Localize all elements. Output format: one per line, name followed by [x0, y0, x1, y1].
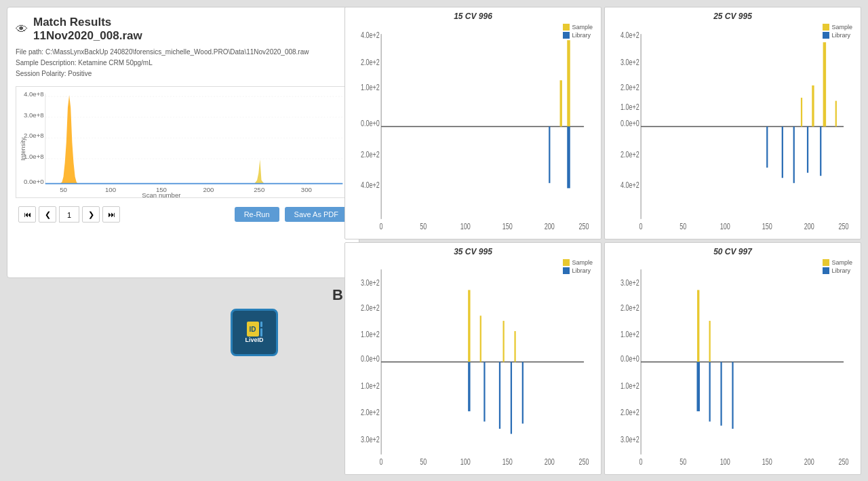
- svg-text:2.0e+2: 2.0e+2: [620, 408, 639, 417]
- svg-text:3.0e+2: 3.0e+2: [361, 434, 380, 444]
- panel-a: 👁 Match Results 11Nov2020_008.raw File p…: [7, 7, 359, 278]
- match-results-filename: 11Nov2020_008.raw: [33, 29, 142, 43]
- svg-text:0: 0: [380, 222, 383, 229]
- svg-text:1.0e+2: 1.0e+2: [361, 381, 380, 391]
- session-polarity: Session Polarity: Positive: [16, 69, 351, 79]
- sample-label-cv35: Sample: [572, 259, 593, 266]
- svg-text:Scan number: Scan number: [142, 191, 180, 197]
- svg-text:3.0e+2: 3.0e+2: [620, 278, 639, 288]
- svg-text:100: 100: [720, 457, 730, 465]
- svg-text:100: 100: [105, 186, 116, 193]
- match-results-header: 👁 Match Results 11Nov2020_008.raw: [16, 16, 351, 43]
- chromatogram-svg: 4.0e+8 3.0e+8 2.0e+8 1.0e+8 0.0e+0 Inten…: [16, 87, 350, 197]
- legend-library: Library: [563, 32, 593, 39]
- next-page-button[interactable]: ❯: [82, 206, 100, 223]
- sample-swatch: [563, 24, 570, 31]
- svg-text:50: 50: [679, 222, 686, 229]
- sample-label: Sample: [572, 24, 593, 31]
- liveid-text: LiveID: [245, 336, 263, 343]
- library-swatch-cv25: [823, 32, 829, 39]
- sample-swatch-cv25: [823, 24, 829, 31]
- sample-swatch-cv35: [563, 259, 570, 266]
- svg-text:0.0e+0: 0.0e+0: [361, 354, 380, 364]
- rerun-button[interactable]: Re-Run: [235, 207, 279, 222]
- library-label-cv25: Library: [831, 32, 850, 39]
- svg-text:250: 250: [579, 457, 589, 465]
- svg-text:1.0e+2: 1.0e+2: [620, 330, 639, 339]
- filepath: File path: C:\MassLynxBackUp 240820\fore…: [16, 47, 351, 58]
- svg-text:2.0e+2: 2.0e+2: [361, 150, 380, 159]
- svg-text:150: 150: [762, 222, 772, 229]
- svg-text:1.0e+8: 1.0e+8: [24, 153, 44, 160]
- legend-cv50: Sample Library: [823, 259, 852, 275]
- match-results-title: Match Results: [33, 16, 142, 29]
- eye-icon: 👁: [16, 22, 28, 37]
- library-label-cv35: Library: [572, 267, 591, 274]
- svg-text:1.0e+2: 1.0e+2: [361, 83, 380, 92]
- svg-text:3.0e+2: 3.0e+2: [620, 57, 639, 66]
- svg-text:4.0e+2: 4.0e+2: [361, 31, 380, 40]
- library-swatch-cv35: [563, 267, 570, 274]
- svg-text:3.0e+2: 3.0e+2: [361, 278, 380, 288]
- svg-text:200: 200: [203, 186, 214, 193]
- svg-text:200: 200: [545, 222, 555, 229]
- svg-text:50: 50: [420, 457, 427, 465]
- svg-text:4.0e+2: 4.0e+2: [620, 31, 639, 40]
- last-page-button[interactable]: ⏭: [102, 206, 120, 223]
- svg-text:0: 0: [380, 457, 383, 465]
- svg-text:100: 100: [720, 222, 730, 229]
- save-pdf-button[interactable]: Save As PDF: [285, 207, 348, 222]
- spectra-grid: 15 CV 996 Sample Library 4.0e+2 2.0e+2: [344, 7, 861, 475]
- main-container: A 👁 Match Results 11Nov2020_008.raw File…: [0, 0, 868, 481]
- spectrum-svg-cv15: 4.0e+2 2.0e+2 1.0e+2 0.0e+0 2.0e+2 4.0e+…: [351, 24, 595, 229]
- sample-swatch-cv50: [823, 259, 829, 266]
- svg-text:150: 150: [502, 222, 513, 229]
- svg-marker-20: [254, 159, 264, 184]
- svg-text:1.0e+2: 1.0e+2: [620, 381, 639, 391]
- library-label-cv50: Library: [831, 267, 850, 274]
- svg-text:300: 300: [301, 186, 312, 193]
- svg-text:100: 100: [460, 457, 471, 465]
- svg-text:50: 50: [420, 222, 427, 229]
- svg-text:2.0e+2: 2.0e+2: [361, 408, 380, 417]
- svg-text:200: 200: [804, 222, 814, 229]
- legend-sample-cv35: Sample: [563, 259, 593, 266]
- legend-library-cv50: Library: [823, 267, 852, 274]
- legend-sample-cv25: Sample: [823, 24, 852, 31]
- spectrum-svg-cv35: 3.0e+2 2.0e+2 1.0e+2 0.0e+0 1.0e+2 2.0e+…: [351, 259, 595, 465]
- svg-marker-19: [60, 95, 78, 183]
- spectrum-panel-cv50: 50 CV 997 Sample Library 3.0e+2 2.0e+2 1…: [604, 242, 861, 475]
- spectrum-svg-cv50: 3.0e+2 2.0e+2 1.0e+2 0.0e+0 1.0e+2 2.0e+…: [610, 259, 855, 465]
- svg-text:1.0e+2: 1.0e+2: [361, 330, 380, 339]
- sample-description: Sample Description: Ketamine CRM 50pg/mL: [16, 58, 351, 69]
- first-page-button[interactable]: ⏮: [18, 206, 36, 223]
- spectrum-panel-cv35: 35 CV 995 Sample Library 3.0e+2 2.0e+2 1…: [344, 242, 601, 475]
- section-b-label: B: [332, 286, 343, 304]
- svg-text:150: 150: [502, 457, 513, 465]
- current-page: 1: [59, 206, 79, 223]
- pagination-controls[interactable]: ⏮ ❮ 1 ❯ ⏭: [18, 206, 120, 223]
- spectrum-panel-cv25: 25 CV 995 Sample Library 4.0e+2 3.0e+2 2…: [604, 7, 861, 239]
- spectrum-title-cv50: 50 CV 997: [610, 247, 855, 256]
- legend-library-cv25: Library: [823, 32, 852, 39]
- svg-text:0.0e+0: 0.0e+0: [620, 119, 639, 128]
- chromatogram-chart: 4.0e+8 3.0e+8 2.0e+8 1.0e+8 0.0e+0 Inten…: [16, 86, 351, 198]
- svg-text:1.0e+2: 1.0e+2: [620, 102, 639, 112]
- svg-text:2.0e+2: 2.0e+2: [620, 150, 639, 159]
- sample-label-cv50: Sample: [831, 259, 852, 266]
- svg-text:2.0e+2: 2.0e+2: [620, 83, 639, 92]
- svg-text:150: 150: [762, 457, 772, 465]
- svg-text:250: 250: [579, 222, 589, 229]
- svg-text:0.0e+0: 0.0e+0: [620, 354, 639, 364]
- svg-text:100: 100: [460, 222, 471, 229]
- library-swatch-cv50: [823, 267, 829, 274]
- spectrum-title-cv25: 25 CV 995: [610, 12, 855, 21]
- svg-text:3.0e+8: 3.0e+8: [24, 111, 44, 119]
- prev-page-button[interactable]: ❮: [39, 206, 56, 223]
- legend-sample-cv50: Sample: [823, 259, 852, 266]
- pagination-bar: ⏮ ❮ 1 ❯ ⏭ Re-Run Save As PDF: [16, 206, 351, 223]
- svg-text:0.0e+0: 0.0e+0: [361, 119, 380, 128]
- svg-text:200: 200: [804, 457, 814, 465]
- svg-text:Intensity: Intensity: [19, 137, 26, 160]
- legend-cv25: Sample Library: [823, 24, 852, 40]
